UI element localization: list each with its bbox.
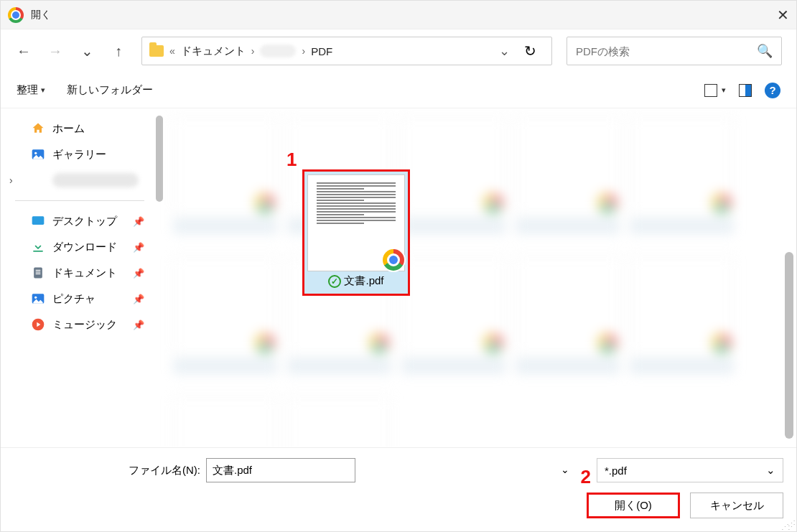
search-box[interactable]: 🔍 [567, 37, 782, 65]
sidebar-item-gallery[interactable]: ギャラリー [1, 141, 159, 167]
sidebar-item-pictures[interactable]: ピクチャ 📌 [1, 286, 159, 312]
sidebar-item-music[interactable]: ミュージック 📌 [1, 312, 159, 337]
sync-check-icon: ✓ [328, 275, 341, 288]
breadcrumb[interactable]: « ドキュメント › › PDF ⌄ ↻ [141, 37, 552, 65]
sidebar-separator [15, 200, 144, 201]
chevron-right-icon: › [251, 45, 255, 57]
organize-menu[interactable]: 整理 ▾ [17, 83, 45, 97]
annotation-1: 1 [286, 149, 297, 171]
chevron-down-icon: ▾ [722, 85, 726, 95]
view-thumbnail-icon [704, 84, 717, 97]
forward-button[interactable]: → [47, 42, 64, 60]
footer: ファイル名(N): ⌄ 2 *.pdf ⌄ 開く(O) キャンセル ⋰⋰⋰ [1, 447, 796, 531]
pin-icon: 📌 [133, 216, 144, 227]
filename-label: ファイル名(N): [129, 464, 200, 477]
pictures-icon [31, 291, 45, 306]
svg-rect-3 [34, 268, 42, 279]
selected-file-item[interactable]: ✓ 文書.pdf [302, 169, 410, 296]
svg-point-8 [34, 297, 37, 299]
pin-icon: 📌 [133, 294, 144, 304]
toolbar: 整理 ▾ 新しいフォルダー ▾ ? [1, 73, 796, 108]
chevron-down-icon: ⌄ [766, 464, 775, 477]
breadcrumb-item-pdf[interactable]: PDF [311, 45, 332, 57]
annotation-2: 2 [581, 466, 591, 488]
refresh-button[interactable]: ↻ [516, 42, 544, 60]
close-button[interactable]: ✕ [760, 6, 789, 24]
chevron-right-icon: › [302, 45, 305, 57]
pin-icon: 📌 [133, 242, 144, 253]
file-thumbnail [307, 174, 405, 271]
nav-bar: ← → ⌄ ↑ « ドキュメント › › PDF ⌄ ↻ 🔍 [1, 29, 796, 73]
svg-rect-5 [36, 271, 41, 272]
breadcrumb-item-redacted[interactable] [260, 45, 296, 57]
search-input[interactable] [576, 45, 757, 57]
chevron-down-icon: ▾ [41, 85, 45, 95]
gallery-icon [31, 147, 45, 162]
sidebar-item-cloud[interactable]: › [1, 167, 159, 193]
filename-input[interactable] [206, 458, 355, 482]
new-folder-button[interactable]: 新しいフォルダー [67, 83, 153, 97]
open-file-dialog: 開く ✕ ← → ⌄ ↑ « ドキュメント › › PDF ⌄ ↻ 🔍 整理 ▾… [0, 0, 797, 532]
chrome-icon [8, 7, 24, 23]
chevron-down-icon[interactable]: ⌄ [561, 464, 569, 475]
cancel-button[interactable]: キャンセル [690, 493, 783, 518]
music-icon [31, 317, 45, 332]
file-type-filter[interactable]: *.pdf ⌄ [597, 458, 783, 482]
home-icon [31, 121, 45, 136]
back-button[interactable]: ← [15, 42, 32, 60]
window-title: 開く [31, 9, 760, 22]
breadcrumb-dropdown[interactable]: ⌄ [499, 43, 510, 59]
svg-rect-4 [36, 270, 41, 271]
pin-icon: 📌 [133, 319, 144, 330]
titlebar: 開く ✕ [1, 1, 796, 29]
svg-point-1 [34, 152, 37, 154]
breadcrumb-item-documents[interactable]: ドキュメント [181, 45, 246, 58]
file-name-label: 文書.pdf [344, 274, 383, 288]
body-area: ホーム ギャラリー › デスクトップ 📌 [1, 108, 796, 447]
pin-icon: 📌 [133, 268, 144, 279]
resize-grip[interactable]: ⋰⋰⋰ [781, 522, 794, 529]
svg-rect-2 [32, 216, 45, 225]
sidebar: ホーム ギャラリー › デスクトップ 📌 [1, 108, 159, 447]
up-button[interactable]: ↑ [110, 42, 127, 60]
view-mode-button[interactable]: ▾ [704, 84, 726, 97]
cloud-icon [31, 173, 45, 187]
desktop-icon [31, 214, 45, 228]
breadcrumb-overflow-chev: « [169, 45, 175, 57]
file-scrollbar[interactable] [785, 252, 793, 439]
redacted-label [52, 173, 139, 187]
svg-rect-6 [36, 274, 41, 274]
chrome-badge-icon [381, 248, 406, 272]
recent-dropdown[interactable]: ⌄ [78, 42, 95, 60]
preview-pane-button[interactable] [739, 84, 752, 97]
search-icon[interactable]: 🔍 [757, 43, 773, 59]
help-button[interactable]: ? [765, 83, 780, 98]
sidebar-item-downloads[interactable]: ダウンロード 📌 [1, 234, 159, 260]
download-icon [31, 240, 45, 254]
folder-icon [149, 45, 164, 57]
document-icon [31, 266, 45, 280]
sidebar-item-documents[interactable]: ドキュメント 📌 [1, 260, 159, 286]
blurred-files [173, 116, 782, 440]
open-button[interactable]: 開く(O) [587, 493, 680, 518]
file-grid[interactable]: 1 ✓ 文書.pdf [159, 108, 796, 447]
sidebar-item-desktop[interactable]: デスクトップ 📌 [1, 208, 159, 234]
sidebar-item-home[interactable]: ホーム [1, 116, 159, 141]
chevron-right-icon[interactable]: › [9, 174, 13, 186]
